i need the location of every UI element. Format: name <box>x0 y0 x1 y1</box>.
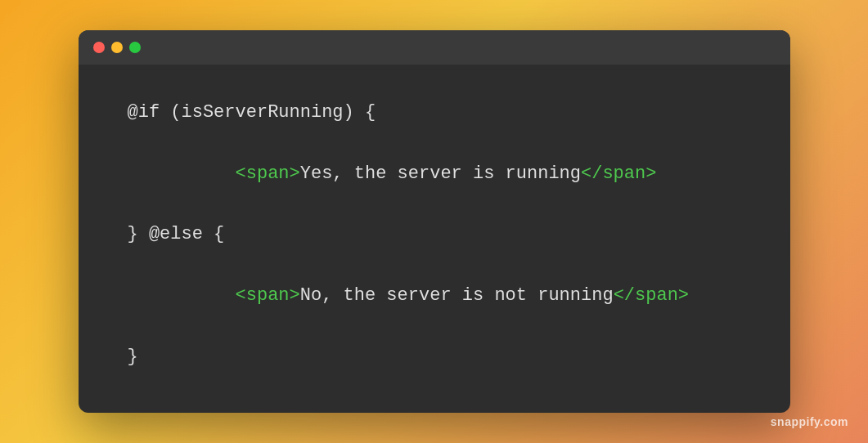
titlebar <box>79 30 790 65</box>
span-close-tag-1: </span> <box>581 163 656 184</box>
code-line-2: <span>Yes, the server is running</span> <box>128 128 741 219</box>
code-block: @if (isServerRunning) { <span>Yes, the s… <box>79 65 790 414</box>
code-line-1: @if (isServerRunning) { <box>128 97 741 128</box>
code-line-3: } @else { <box>128 219 741 249</box>
code-window: @if (isServerRunning) { <span>Yes, the s… <box>79 30 790 414</box>
span-close-tag-2: </span> <box>614 285 689 306</box>
code-content-2: No, the server is not running <box>300 285 614 306</box>
close-button[interactable] <box>93 42 105 53</box>
minimize-button[interactable] <box>111 42 123 53</box>
code-line-5: } <box>128 342 741 372</box>
code-content-1: Yes, the server is running <box>300 163 581 184</box>
code-line-4: <span>No, the server is not running</spa… <box>128 250 741 342</box>
code-indent-2 <box>192 285 236 306</box>
maximize-button[interactable] <box>129 42 141 53</box>
watermark: snappify.com <box>771 415 848 428</box>
span-open-tag-1: <span> <box>236 163 300 184</box>
span-open-tag-2: <span> <box>236 285 300 306</box>
code-indent-1 <box>192 163 236 184</box>
